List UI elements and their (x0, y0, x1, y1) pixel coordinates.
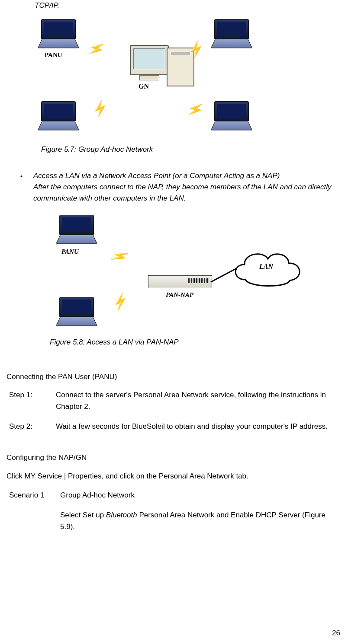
bullet-item: • Access a LAN via a Network Access Poin… (20, 170, 342, 348)
laptop-icon: PANU (59, 215, 94, 245)
signal-icon: ⚡ (85, 37, 106, 61)
step-row: Step 1: Connect to the server's Personal… (9, 389, 342, 412)
step-label: Step 1: (9, 389, 56, 412)
text: Select Set up (60, 511, 106, 519)
laptop-icon (214, 19, 249, 49)
signal-icon: ⚡ (89, 97, 109, 121)
scenario-label: Scenario 1 (9, 490, 60, 532)
bullet-marker: • (20, 170, 33, 348)
bullet-title: Access a LAN via a Network Access Point … (33, 170, 342, 182)
scenario-body: Select Set up Bluetooth Personal Area Ne… (60, 510, 342, 532)
section-heading-napgn: Configuring the NAP/GN (6, 452, 342, 463)
figure-5-8: PANU ⚡ ⚡ PAN-NAP (55, 210, 342, 348)
laptop-icon (59, 297, 94, 327)
nap-device-icon: PAN-NAP (148, 275, 211, 300)
section-heading-panu: Connecting the PAN User (PANU) (6, 371, 342, 383)
step-row: Step 2: Wait a few seconds for BlueSolei… (9, 421, 342, 432)
instruction-line: Click MY Service | Properties, and click… (6, 471, 342, 482)
page-number: 26 (332, 628, 340, 639)
bullet-body-text: After the computers connect to the NAP, … (33, 182, 342, 204)
laptop-icon: PANU (41, 19, 76, 49)
signal-icon: ⚡ (108, 290, 129, 315)
steps-list: Step 1: Connect to the server's Personal… (9, 389, 342, 432)
step-label: Step 2: (9, 421, 56, 432)
text-italic: Bluetooth (106, 511, 137, 519)
diagram-group-adhoc: PANU GN ⚡ ⚡ ⚡ ⚡ (41, 19, 266, 138)
laptop-icon (41, 101, 76, 131)
scenario-title: Group Ad-hoc Network (60, 490, 342, 501)
panu-label: PANU (61, 247, 79, 257)
step-body: Wait a few seconds for BlueSoleil to obt… (56, 421, 342, 432)
diagram-lan-via-nap: PANU ⚡ ⚡ PAN-NAP (55, 210, 297, 332)
gn-computer-icon: GN (123, 45, 175, 92)
figure-caption: Figure 5.8: Access a LAN via PAN-NAP (50, 337, 342, 348)
paragraph-fragment: TCP/IP. (35, 0, 342, 11)
signal-icon: ⚡ (184, 97, 204, 121)
lan-label: LAN (259, 261, 273, 272)
step-body: Connect to the server's Personal Area Ne… (56, 389, 342, 412)
figure-5-7: PANU GN ⚡ ⚡ ⚡ ⚡ Figu (41, 19, 342, 155)
panu-label: PANU (45, 50, 62, 60)
signal-icon: ⚡ (107, 243, 129, 267)
nap-label: PAN-NAP (148, 290, 211, 300)
figure-caption: Figure 5.7: Group Ad-hoc Network (41, 144, 342, 155)
scenario-row: Scenario 1 Group Ad-hoc Network Select S… (9, 490, 342, 532)
gn-label: GN (112, 81, 175, 92)
laptop-icon (214, 101, 249, 131)
